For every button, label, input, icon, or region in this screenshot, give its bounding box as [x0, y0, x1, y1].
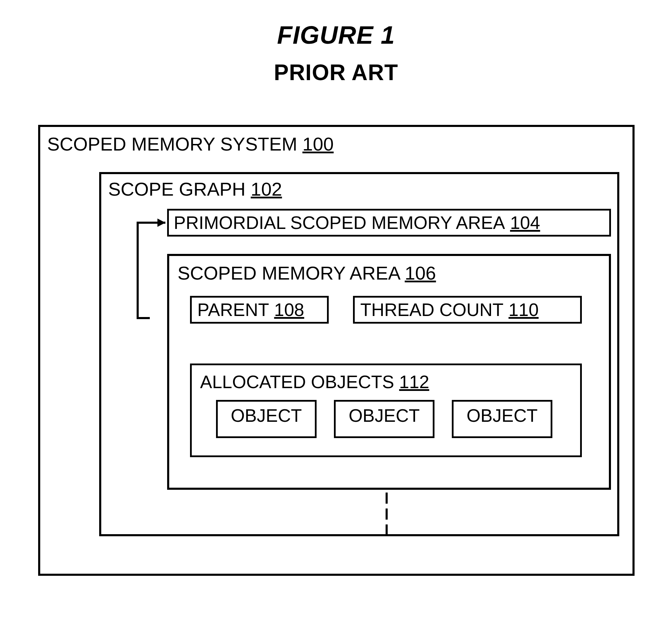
parent-box: PARENT 108 [190, 296, 329, 324]
object-box: OBJECT [452, 400, 552, 438]
ref-number: 108 [274, 299, 304, 320]
scoped-memory-area-label: SCOPED MEMORY AREA 106 [178, 262, 601, 284]
label-text: SCOPED MEMORY AREA [178, 263, 405, 283]
ref-number: 104 [510, 212, 540, 233]
label-text: THREAD COUNT [360, 299, 503, 320]
allocated-objects-box: ALLOCATED OBJECTS 112 OBJECT OBJECT OBJE… [190, 364, 582, 457]
label-text: ALLOCATED OBJECTS [200, 372, 399, 392]
scope-graph-box: SCOPE GRAPH 102 PRIMORDIAL SCOPED MEMORY… [99, 172, 619, 536]
object-box: OBJECT [216, 400, 317, 438]
object-row: OBJECT OBJECT OBJECT [216, 400, 552, 438]
label-text: PARENT [197, 299, 269, 320]
label-text: PRIMORDIAL SCOPED MEMORY AREA [174, 212, 505, 233]
continuation-dashes-icon [386, 493, 389, 538]
scope-graph-label: SCOPE GRAPH 102 [108, 178, 282, 200]
figure-number: FIGURE 1 [0, 21, 672, 49]
svg-marker-0 [157, 219, 165, 227]
label-text: SCOPE GRAPH [108, 179, 251, 199]
label-text: SCOPED MEMORY SYSTEM [47, 134, 302, 154]
allocated-objects-label: ALLOCATED OBJECTS 112 [200, 371, 572, 392]
scoped-memory-system-box: SCOPED MEMORY SYSTEM 100 SCOPE GRAPH 102… [38, 125, 635, 576]
ref-number: 112 [399, 372, 429, 392]
thread-count-box: THREAD COUNT 110 [353, 296, 582, 324]
primordial-scoped-memory-area-box: PRIMORDIAL SCOPED MEMORY AREA 104 [167, 209, 611, 237]
figure-title-block: FIGURE 1 PRIOR ART [0, 0, 672, 85]
object-box: OBJECT [334, 400, 434, 438]
ref-number: 106 [405, 263, 436, 283]
ref-number: 102 [251, 179, 282, 199]
ref-number: 100 [302, 134, 334, 154]
scoped-memory-area-box: SCOPED MEMORY AREA 106 PARENT 108 THREAD… [167, 254, 611, 490]
ref-number: 110 [509, 299, 539, 320]
scoped-memory-system-label: SCOPED MEMORY SYSTEM 100 [47, 133, 334, 155]
prior-art-label: PRIOR ART [0, 60, 672, 85]
